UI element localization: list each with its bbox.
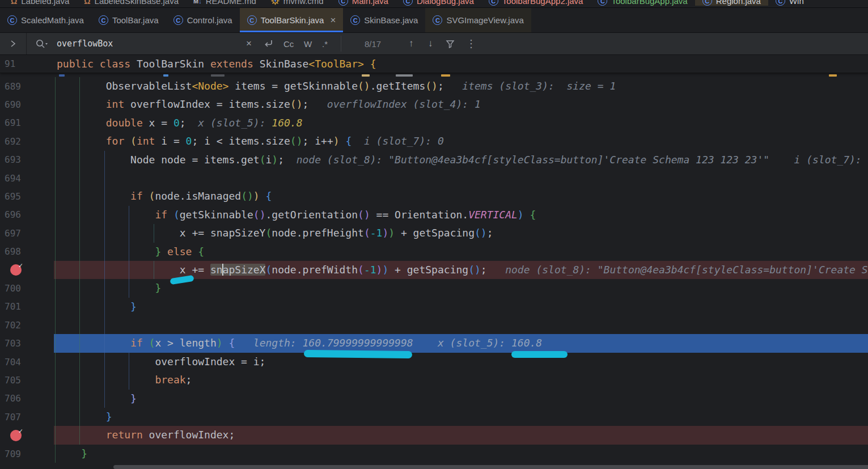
editor-tab-scaledmath-java[interactable]: CScaledMath.java <box>0 8 91 32</box>
code-text[interactable]: return overflowIndex; <box>54 426 868 444</box>
code-text[interactable]: } <box>54 408 868 426</box>
code-text[interactable] <box>54 169 868 187</box>
code-text[interactable]: x += snapSizeX(node.prefWidth(-1)) + get… <box>54 261 868 279</box>
gutter[interactable]: 701 <box>0 298 54 316</box>
gutter[interactable]: 695 <box>0 187 54 205</box>
code-line-695[interactable]: 695 if (node.isManaged()) { <box>0 187 868 205</box>
more-options-icon[interactable]: ⋮ <box>466 33 476 54</box>
code-line-703[interactable]: 703 if (x > length) { length: 160.799999… <box>0 334 868 352</box>
code-line-694[interactable]: 694 <box>0 169 868 187</box>
filter-icon[interactable] <box>446 33 455 54</box>
gutter[interactable]: 704 <box>0 353 54 371</box>
tab-label: Main.java <box>352 0 388 6</box>
code-text[interactable]: ObservableList<Node> items = getSkinnabl… <box>54 77 868 95</box>
gutter[interactable]: 698 <box>0 243 54 261</box>
code-line-709[interactable]: 709 } <box>0 445 868 463</box>
gutter[interactable]: 706 <box>0 390 54 408</box>
top-tab-readme-md[interactable]: M↓README.md <box>186 0 264 6</box>
code-text[interactable]: } <box>54 445 868 463</box>
editor-tab-toolbarskin-java[interactable]: CToolBarSkin.java× <box>240 8 344 32</box>
search-icon[interactable] <box>35 33 49 54</box>
code-text[interactable]: double x = 0; x (slot_5): 160.8 <box>54 114 868 132</box>
gutter[interactable]: 703 <box>0 334 54 352</box>
gutter[interactable]: 696 <box>0 206 54 224</box>
expand-search-button[interactable] <box>0 33 27 54</box>
code-text[interactable]: if (node.isManaged()) { <box>54 187 868 205</box>
top-tab-main-java[interactable]: CMain.java <box>331 0 396 6</box>
gutter[interactable]: 697 <box>0 224 54 242</box>
code-text[interactable]: x += snapSizeY(node.prefHeight(-1)) + ge… <box>54 224 868 242</box>
code-line-708[interactable]: ✓ return overflowIndex; <box>0 426 868 444</box>
code-line-697[interactable]: 697 x += snapSizeY(node.prefHeight(-1)) … <box>0 224 868 242</box>
gutter[interactable]: 692 <box>0 132 54 150</box>
search-input[interactable]: overflowBox <box>57 33 113 54</box>
next-match-icon[interactable]: ↓ <box>428 33 433 54</box>
close-tab-icon[interactable]: × <box>330 15 336 26</box>
code-line-689[interactable]: 689 ObservableList<Node> items = getSkin… <box>0 77 868 95</box>
sticky-header[interactable]: 91 public class ToolBarSkin extends Skin… <box>0 55 868 73</box>
code-line-705[interactable]: 705 break; <box>0 371 868 389</box>
gutter[interactable]: ✓ <box>0 426 54 444</box>
previous-match-icon[interactable]: ↑ <box>409 33 414 54</box>
code-line-707[interactable]: 707 } <box>0 408 868 426</box>
code-line-690[interactable]: 690 int overflowIndex = items.size(); ov… <box>0 95 868 113</box>
editor-tab-control-java[interactable]: CControl.java <box>166 8 240 32</box>
top-tab-labeledskinbase-java[interactable]: ΩLabeledSkinBase.java <box>77 0 186 6</box>
code-line-702[interactable]: 702 <box>0 316 868 334</box>
code-text[interactable]: for (int i = 0; i < items.size(); i++) {… <box>54 132 868 150</box>
code-line-700[interactable]: 700 } <box>0 279 868 297</box>
code-text[interactable] <box>54 316 868 334</box>
editor-tab-skinbase-java[interactable]: CSkinBase.java <box>343 8 425 32</box>
code-line-699[interactable]: ✓ x += snapSizeX(node.prefWidth(-1)) + g… <box>0 261 868 279</box>
gutter[interactable]: 700 <box>0 279 54 297</box>
code-text[interactable]: if (getSkinnable().getOrientation() == O… <box>54 206 868 224</box>
code-text[interactable]: } <box>54 298 868 316</box>
editor-tab-toolbar-java[interactable]: CToolBar.java <box>91 8 166 32</box>
code-text[interactable]: overflowIndex = i; <box>54 353 868 371</box>
line-number: 697 <box>5 228 21 239</box>
top-tab-region-java[interactable]: CRegion.java <box>695 0 768 6</box>
code-text[interactable]: } else { <box>54 243 868 261</box>
top-tab-dialogbug-java[interactable]: CDialogBug.java <box>396 0 481 6</box>
horizontal-scrollbar[interactable] <box>113 465 868 469</box>
gutter[interactable]: 690 <box>0 95 54 113</box>
editor-tab-svgimageview-java[interactable]: CSVGImageView.java <box>425 8 531 32</box>
code-line-698[interactable]: 698 } else { <box>0 243 868 261</box>
line-number: 690 <box>5 99 21 110</box>
breakpoint-icon[interactable]: ✓ <box>10 430 22 441</box>
code-text[interactable]: break; <box>54 371 868 389</box>
code-text[interactable]: int overflowIndex = items.size(); overfl… <box>54 95 868 113</box>
gutter[interactable]: 689 <box>0 77 54 95</box>
code-line-691[interactable]: 691 double x = 0; x (slot_5): 160.8 <box>0 114 868 132</box>
gutter[interactable]: 702 <box>0 316 54 334</box>
code-text[interactable]: Node node = items.get(i); node (slot_8):… <box>54 151 868 169</box>
code-line-696[interactable]: 696 if (getSkinnable().getOrientation() … <box>0 206 868 224</box>
code-line-704[interactable]: 704 overflowIndex = i; <box>0 353 868 371</box>
top-tab-toolbarbugapp-java[interactable]: CToolbarBugApp.java <box>590 0 695 6</box>
code-line-706[interactable]: 706 } <box>0 390 868 408</box>
top-tab-mvnw-cmd[interactable]: mvnw.cmd <box>264 0 331 6</box>
gutter[interactable]: 707 <box>0 408 54 426</box>
top-tab-labeled-java[interactable]: ΩLabeled.java <box>3 0 77 6</box>
top-tab-toolbarbugapp2-java[interactable]: CToolbarBugApp2.java <box>481 0 591 6</box>
top-tab-win[interactable]: CWin <box>768 0 811 6</box>
tab-label: Control.java <box>187 15 232 25</box>
clear-search-icon[interactable]: × <box>246 33 252 54</box>
gutter[interactable]: 705 <box>0 371 54 389</box>
newline-icon[interactable] <box>263 33 274 54</box>
gutter[interactable]: ✓ <box>0 261 54 279</box>
match-case-toggle[interactable]: Cc <box>283 33 294 54</box>
breakpoint-icon[interactable]: ✓ <box>10 264 22 276</box>
code-line-693[interactable]: 693 Node node = items.get(i); node (slot… <box>0 151 868 169</box>
regex-toggle[interactable]: .* <box>322 33 328 54</box>
gutter[interactable]: 694 <box>0 169 54 187</box>
code-text[interactable]: } <box>54 390 868 408</box>
gutter[interactable]: 709 <box>0 445 54 463</box>
tab-label: ToolbarBugApp.java <box>611 0 687 6</box>
code-text[interactable]: if (x > length) { length: 160.7999999999… <box>54 334 868 352</box>
gutter[interactable]: 693 <box>0 151 54 169</box>
gutter[interactable]: 691 <box>0 114 54 132</box>
code-line-692[interactable]: 692 for (int i = 0; i < items.size(); i+… <box>0 132 868 150</box>
whole-words-toggle[interactable]: W <box>304 33 312 54</box>
code-line-701[interactable]: 701 } <box>0 298 868 316</box>
